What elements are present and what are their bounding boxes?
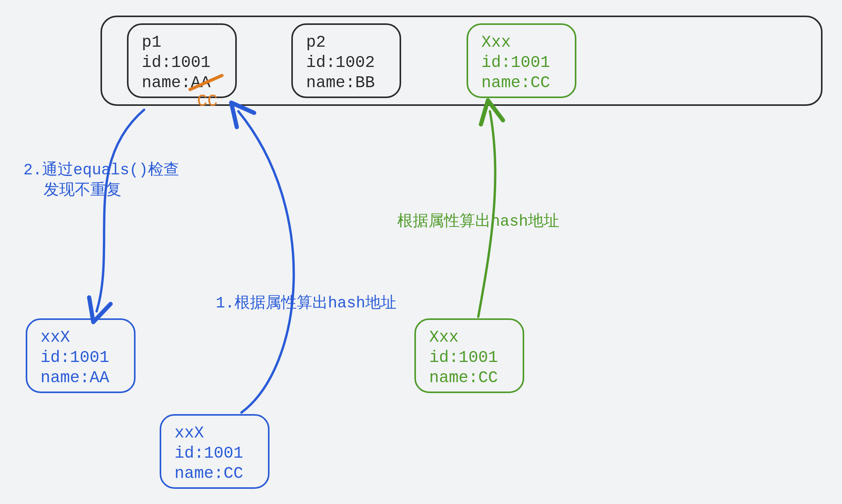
node-green-bottom-line2: id:1001 [429, 348, 498, 367]
slot-p1-line3: name:AA [142, 74, 211, 92]
node-blue-mid-line3: name:CC [174, 464, 243, 483]
node-blue-left-line3: name:AA [41, 369, 109, 387]
slot-p2: p2 id:1002 name:BB [292, 24, 400, 97]
label-green-arrow: 根据属性算出hash地址 [397, 213, 559, 230]
node-green-bottom: Xxx id:1001 name:CC [415, 319, 523, 392]
slot-p2-line1: p2 [306, 33, 326, 52]
node-blue-mid: xxX id:1001 name:CC [160, 415, 269, 488]
node-green-bottom-line3: name:CC [429, 369, 498, 387]
slot-p1-line1: p1 [142, 33, 161, 52]
slot-xxx-green: Xxx id:1001 name:CC [467, 24, 576, 97]
node-green-bottom-line1: Xxx [429, 328, 459, 347]
node-blue-left-line2: id:1001 [41, 348, 109, 367]
slot-xxx-green-line2: id:1001 [481, 53, 550, 72]
label-blue-arrow-1: 1.根据属性算出hash地址 [216, 295, 396, 312]
label-blue-arrow-2-line2: 发现不重复 [44, 181, 122, 199]
slot-xxx-green-line1: Xxx [481, 33, 511, 52]
slot-p2-line3: name:BB [306, 74, 375, 92]
slot-p2-line2: id:1002 [306, 53, 375, 72]
arrow-blue-2 [97, 110, 144, 311]
slot-p1-name-prefix: name: [142, 74, 191, 92]
node-blue-left: xxX id:1001 name:AA [26, 319, 135, 392]
slot-p1-line2: id:1001 [142, 53, 210, 72]
node-blue-mid-line1: xxX [174, 424, 204, 443]
node-blue-left-line1: xxX [41, 328, 70, 347]
slot-p1-replacement: CC [197, 91, 218, 111]
slot-xxx-green-line3: name:CC [481, 74, 550, 92]
node-blue-mid-line2: id:1001 [174, 444, 243, 463]
label-blue-arrow-2-line1: 2.通过equals()检查 [23, 161, 179, 179]
slot-p1: p1 id:1001 name:AA CC [128, 24, 236, 111]
arrow-blue-1 [238, 111, 294, 413]
